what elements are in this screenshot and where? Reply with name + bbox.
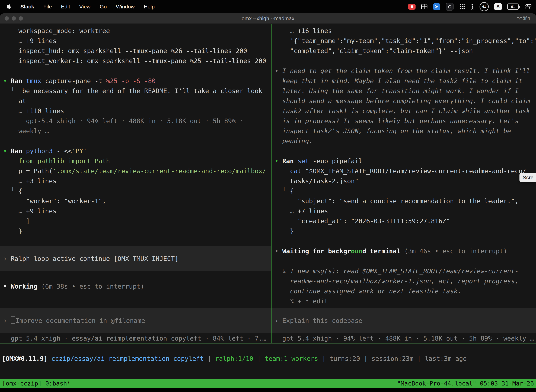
apple-menu-icon[interactable]: [6, 4, 11, 10]
battery-gauge-icon[interactable]: 61: [479, 2, 489, 11]
close-button[interactable]: [5, 16, 9, 21]
text-run: 1 new msg(s): read $OMX_TEAM_STATE_ROOT/…: [290, 267, 519, 275]
terminal-line: › Explain this codebase: [275, 316, 536, 326]
menu-file[interactable]: File: [43, 4, 52, 10]
terminal-line: … +9 lines: [3, 36, 271, 46]
zoom-button[interactable]: [19, 16, 23, 21]
minimize-button[interactable]: [12, 16, 16, 21]
control-center-icon[interactable]: [526, 4, 531, 9]
pane-right[interactable]: … +16 lines '{"team_name":"my-team","tas…: [272, 24, 536, 343]
window-titlebar[interactable]: omx --xhigh --madmax ⌥⌘1: [0, 13, 536, 24]
battery-icon[interactable]: 61: [507, 4, 520, 10]
terminal-line: }: [3, 226, 271, 236]
text-run: gpt-5.4 xhigh · 94% left · 488K in · 5.1…: [3, 117, 243, 125]
text-run: [OMX#0.11.9]: [2, 355, 51, 362]
terminal-line: at: [3, 96, 271, 106]
text-run: …: [275, 207, 297, 215]
blue-app-icon[interactable]: [433, 3, 440, 10]
terminal-line: keep that in mind. Maybe I also need the…: [275, 76, 536, 86]
text-run: -euo pipefail: [309, 157, 362, 165]
text-run: capture-pane -t: [41, 77, 106, 84]
prompt-band[interactable]: › Explain this codebase: [272, 308, 536, 333]
menu-bar-status-area: 61 A 61: [408, 2, 536, 11]
text-run: oun: [351, 247, 362, 255]
text-run: |: [204, 355, 215, 362]
input-source-icon[interactable]: A: [494, 3, 502, 10]
text-run: Ran: [11, 147, 26, 154]
dots-grid-icon[interactable]: [459, 4, 465, 10]
text-run: Explain this codebase: [282, 317, 362, 324]
menu-view[interactable]: View: [79, 4, 90, 10]
prompt-band[interactable]: › Ralph loop active continue [OMX_TMUX_I…: [0, 246, 271, 271]
text-run: …: [3, 177, 26, 185]
prompt-band[interactable]: › Improve documentation in @filename: [0, 308, 271, 333]
terminal-line: ⌥ + ↑ edit: [275, 296, 536, 306]
text-run: └: [275, 187, 290, 195]
text-run: from pathlib import Path: [3, 157, 110, 165]
terminal-line: readme-and-reco/mailbox/worker-1.json, a…: [275, 276, 536, 286]
text-run: turns:20: [330, 355, 360, 362]
text-run: weekly …: [3, 127, 49, 135]
text-run: (3m 46s • esc to interrupt): [400, 247, 507, 255]
terminal-line: tasks/task-2.json": [275, 176, 536, 186]
text-run: inspect_worker-1: omx sparkshell --tmux-…: [3, 57, 266, 65]
terminal-line: [275, 256, 536, 266]
text-run: +16 lines: [297, 27, 332, 34]
text-run: +7 lines: [297, 207, 328, 215]
window-grid-icon[interactable]: [421, 4, 427, 9]
text-run: -p -S -80: [117, 77, 156, 84]
battery-nub: [519, 6, 520, 8]
terminal-line: … +9 lines: [3, 206, 271, 216]
menu-go[interactable]: Go: [100, 4, 107, 10]
text-run: gpt-5.4 xhigh · 94% left · 488K in · 5.1…: [275, 335, 534, 342]
terminal-line: is in progress? It seems likely but perh…: [275, 116, 536, 126]
terminal-line: cat "$OMX_TEAM_STATE_ROOT/team/review-cu…: [275, 166, 536, 176]
text-run: …: [275, 27, 297, 34]
terminal-line: pending.: [275, 136, 536, 146]
text-run: "$OMX_TEAM_STATE_ROOT/team/review-curren…: [302, 167, 526, 175]
menu-window[interactable]: Window: [116, 4, 135, 10]
text-run: (6m 38s • esc to interrupt): [38, 283, 144, 290]
terminal-line: p = Path('.omx/state/team/review-current…: [3, 166, 271, 176]
terminal-line: … +3 lines: [3, 176, 271, 186]
text-run: Working: [11, 283, 38, 290]
text-run: •: [275, 247, 282, 255]
figure-icon[interactable]: [471, 4, 474, 10]
text-run: }: [275, 227, 294, 235]
terminal-line: └ {: [3, 186, 271, 196]
text-run: "worker": "worker-1",: [3, 197, 106, 205]
text-run: d terminal: [362, 247, 401, 255]
omx-status-line: [OMX#0.11.9] cczip/essay/ai-reimplementa…: [2, 354, 536, 364]
text-run: session:23m: [371, 355, 413, 362]
text-run: …: [3, 37, 26, 44]
text-run: last:3m ago: [425, 355, 467, 362]
menu-help[interactable]: Help: [144, 4, 155, 10]
text-run: ⌥ + ↑ edit: [275, 298, 328, 305]
tmux-status-bar: [omx-cczip] 0:bash* "MacBook-Pro-44.loca…: [0, 379, 536, 388]
menu-app-name[interactable]: Slack: [20, 4, 34, 10]
text-run: {: [290, 187, 294, 195]
pane-left[interactable]: workspace_mode: worktree … +9 lines insp…: [0, 24, 271, 343]
text-run: team:1 workers: [265, 355, 318, 362]
menu-edit[interactable]: Edit: [61, 4, 70, 10]
dark-app-icon[interactable]: [446, 3, 454, 10]
terminal-line: "created_at": "2026-03-31T11:59:27.816Z": [275, 216, 536, 226]
text-run: Improve documentation in @filename: [15, 317, 145, 324]
text-run: inspect_hud: omx sparkshell --tmux-pane …: [3, 47, 247, 54]
text-run: |: [254, 355, 265, 362]
text-run: ›: [3, 255, 11, 262]
text-run: gpt-5.4 xhigh · essay/ai-reimplementatio…: [3, 335, 266, 342]
text-run: •: [275, 67, 282, 75]
text-run: ›: [275, 317, 282, 324]
text-run: cczip/essay/ai-reimplementation-copyleft: [51, 355, 204, 362]
text-run: pending.: [275, 137, 313, 145]
text-run: "created_at": "2026-03-31T11:59:27.816Z": [275, 217, 450, 225]
terminal-line: [3, 271, 271, 281]
terminal-line: … +7 lines: [275, 206, 536, 216]
text-run: •: [3, 283, 11, 290]
terminal-line: └ {: [275, 186, 536, 196]
screen-recording-indicator[interactable]: [408, 4, 416, 10]
terminal-line: inspect_hud: omx sparkshell --tmux-pane …: [3, 46, 271, 56]
text-run: readme-and-reco/mailbox/worker-1.json, a…: [275, 277, 519, 285]
text-run: •: [275, 157, 282, 165]
